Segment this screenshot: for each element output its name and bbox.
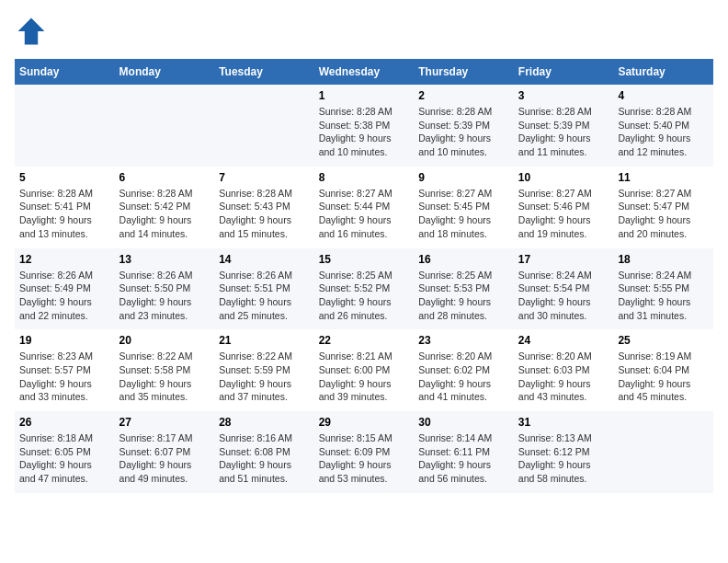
week-row-4: 26Sunrise: 8:18 AMSunset: 6:05 PMDayligh…: [15, 411, 713, 493]
day-info: Sunrise: 8:26 AMSunset: 5:51 PMDaylight:…: [219, 269, 310, 323]
calendar-cell: 14Sunrise: 8:26 AMSunset: 5:51 PMDayligh…: [214, 248, 314, 330]
day-number: 14: [219, 253, 310, 266]
calendar-cell: 12Sunrise: 8:26 AMSunset: 5:49 PMDayligh…: [15, 248, 115, 330]
day-number: 22: [319, 334, 410, 347]
day-number: 16: [418, 253, 509, 266]
day-info: Sunrise: 8:28 AMSunset: 5:39 PMDaylight:…: [418, 105, 509, 159]
day-number: 10: [518, 171, 609, 184]
day-number: 11: [618, 171, 709, 184]
day-info: Sunrise: 8:25 AMSunset: 5:53 PMDaylight:…: [418, 269, 509, 323]
day-number: 7: [219, 171, 310, 184]
calendar-cell: [15, 85, 115, 167]
header-cell-sunday: Sunday: [15, 59, 115, 85]
calendar-cell: 5Sunrise: 8:28 AMSunset: 5:41 PMDaylight…: [15, 167, 115, 248]
calendar-cell: 30Sunrise: 8:14 AMSunset: 6:11 PMDayligh…: [414, 411, 514, 493]
day-info: Sunrise: 8:18 AMSunset: 6:05 PMDaylight:…: [19, 431, 110, 486]
header-cell-thursday: Thursday: [414, 59, 514, 85]
day-number: 19: [19, 334, 110, 347]
day-info: Sunrise: 8:23 AMSunset: 5:57 PMDaylight:…: [19, 350, 110, 404]
calendar-cell: 21Sunrise: 8:22 AMSunset: 5:59 PMDayligh…: [214, 329, 314, 411]
day-info: Sunrise: 8:28 AMSunset: 5:38 PMDaylight:…: [319, 105, 410, 159]
day-number: 1: [319, 89, 410, 102]
day-number: 9: [418, 171, 509, 184]
calendar-cell: 24Sunrise: 8:20 AMSunset: 6:03 PMDayligh…: [514, 329, 614, 411]
calendar-body: 1Sunrise: 8:28 AMSunset: 5:38 PMDaylight…: [15, 85, 713, 493]
day-info: Sunrise: 8:27 AMSunset: 5:44 PMDaylight:…: [319, 187, 410, 241]
day-info: Sunrise: 8:27 AMSunset: 5:46 PMDaylight:…: [518, 187, 609, 241]
day-number: 17: [518, 253, 609, 266]
day-number: 25: [618, 334, 709, 347]
day-info: Sunrise: 8:27 AMSunset: 5:47 PMDaylight:…: [618, 187, 709, 241]
day-number: 24: [518, 334, 609, 347]
calendar-cell: 20Sunrise: 8:22 AMSunset: 5:58 PMDayligh…: [115, 329, 215, 411]
day-info: Sunrise: 8:22 AMSunset: 5:59 PMDaylight:…: [219, 350, 310, 404]
day-number: 26: [19, 416, 110, 429]
day-info: Sunrise: 8:26 AMSunset: 5:49 PMDaylight:…: [19, 269, 110, 323]
calendar-cell: 10Sunrise: 8:27 AMSunset: 5:46 PMDayligh…: [514, 167, 614, 248]
day-number: 13: [119, 253, 210, 266]
day-info: Sunrise: 8:28 AMSunset: 5:42 PMDaylight:…: [119, 187, 210, 241]
calendar-cell: 25Sunrise: 8:19 AMSunset: 6:04 PMDayligh…: [613, 329, 713, 411]
week-row-0: 1Sunrise: 8:28 AMSunset: 5:38 PMDaylight…: [15, 85, 713, 167]
day-number: 4: [618, 89, 709, 102]
day-info: Sunrise: 8:20 AMSunset: 6:02 PMDaylight:…: [418, 350, 509, 404]
day-number: 23: [418, 334, 509, 347]
day-number: 28: [219, 416, 310, 429]
day-number: 6: [119, 171, 210, 184]
day-number: 29: [319, 416, 410, 429]
day-info: Sunrise: 8:28 AMSunset: 5:39 PMDaylight:…: [518, 105, 609, 159]
header: [15, 15, 713, 48]
header-cell-wednesday: Wednesday: [314, 59, 415, 85]
calendar-cell: 28Sunrise: 8:16 AMSunset: 6:08 PMDayligh…: [214, 411, 314, 493]
calendar-cell: 3Sunrise: 8:28 AMSunset: 5:39 PMDaylight…: [514, 85, 614, 167]
day-number: 20: [119, 334, 210, 347]
header-row: SundayMondayTuesdayWednesdayThursdayFrid…: [15, 59, 713, 85]
header-cell-friday: Friday: [514, 59, 614, 85]
day-info: Sunrise: 8:13 AMSunset: 6:12 PMDaylight:…: [518, 431, 609, 486]
calendar-cell: 9Sunrise: 8:27 AMSunset: 5:45 PMDaylight…: [414, 167, 514, 248]
header-cell-saturday: Saturday: [613, 59, 713, 85]
day-number: 27: [119, 416, 210, 429]
day-info: Sunrise: 8:17 AMSunset: 6:07 PMDaylight:…: [119, 431, 210, 486]
day-number: 12: [19, 253, 110, 266]
day-number: 18: [618, 253, 709, 266]
day-number: 21: [219, 334, 310, 347]
day-info: Sunrise: 8:15 AMSunset: 6:09 PMDaylight:…: [319, 431, 410, 486]
calendar-cell: 1Sunrise: 8:28 AMSunset: 5:38 PMDaylight…: [314, 85, 415, 167]
day-info: Sunrise: 8:26 AMSunset: 5:50 PMDaylight:…: [119, 269, 210, 323]
day-number: 2: [418, 89, 509, 102]
day-info: Sunrise: 8:19 AMSunset: 6:04 PMDaylight:…: [618, 350, 709, 404]
calendar-cell: 8Sunrise: 8:27 AMSunset: 5:44 PMDaylight…: [314, 167, 415, 248]
calendar-cell: 7Sunrise: 8:28 AMSunset: 5:43 PMDaylight…: [214, 167, 314, 248]
week-row-3: 19Sunrise: 8:23 AMSunset: 5:57 PMDayligh…: [15, 329, 713, 411]
day-number: 15: [319, 253, 410, 266]
day-info: Sunrise: 8:20 AMSunset: 6:03 PMDaylight:…: [518, 350, 609, 404]
calendar-cell: [115, 85, 215, 167]
calendar-cell: 22Sunrise: 8:21 AMSunset: 6:00 PMDayligh…: [314, 329, 415, 411]
day-info: Sunrise: 8:24 AMSunset: 5:54 PMDaylight:…: [518, 269, 609, 323]
calendar-cell: 4Sunrise: 8:28 AMSunset: 5:40 PMDaylight…: [613, 85, 713, 167]
day-info: Sunrise: 8:28 AMSunset: 5:41 PMDaylight:…: [19, 187, 110, 241]
calendar-cell: 31Sunrise: 8:13 AMSunset: 6:12 PMDayligh…: [514, 411, 614, 493]
calendar-cell: 6Sunrise: 8:28 AMSunset: 5:42 PMDaylight…: [115, 167, 215, 248]
day-number: 5: [19, 171, 110, 184]
week-row-1: 5Sunrise: 8:28 AMSunset: 5:41 PMDaylight…: [15, 167, 713, 248]
calendar-cell: 27Sunrise: 8:17 AMSunset: 6:07 PMDayligh…: [115, 411, 215, 493]
calendar-cell: 29Sunrise: 8:15 AMSunset: 6:09 PMDayligh…: [314, 411, 415, 493]
day-info: Sunrise: 8:21 AMSunset: 6:00 PMDaylight:…: [319, 350, 410, 404]
header-cell-tuesday: Tuesday: [214, 59, 314, 85]
calendar-cell: 19Sunrise: 8:23 AMSunset: 5:57 PMDayligh…: [15, 329, 115, 411]
calendar-cell: 17Sunrise: 8:24 AMSunset: 5:54 PMDayligh…: [514, 248, 614, 330]
calendar-cell: 2Sunrise: 8:28 AMSunset: 5:39 PMDaylight…: [414, 85, 514, 167]
calendar-cell: 13Sunrise: 8:26 AMSunset: 5:50 PMDayligh…: [115, 248, 215, 330]
calendar-cell: 26Sunrise: 8:18 AMSunset: 6:05 PMDayligh…: [15, 411, 115, 493]
day-info: Sunrise: 8:22 AMSunset: 5:58 PMDaylight:…: [119, 350, 210, 404]
calendar-table: SundayMondayTuesdayWednesdayThursdayFrid…: [15, 59, 713, 493]
calendar-cell: 23Sunrise: 8:20 AMSunset: 6:02 PMDayligh…: [414, 329, 514, 411]
day-number: 31: [518, 416, 609, 429]
day-number: 3: [518, 89, 609, 102]
svg-marker-0: [18, 18, 45, 45]
logo: [15, 15, 53, 48]
calendar-cell: 18Sunrise: 8:24 AMSunset: 5:55 PMDayligh…: [613, 248, 713, 330]
day-number: 8: [319, 171, 410, 184]
